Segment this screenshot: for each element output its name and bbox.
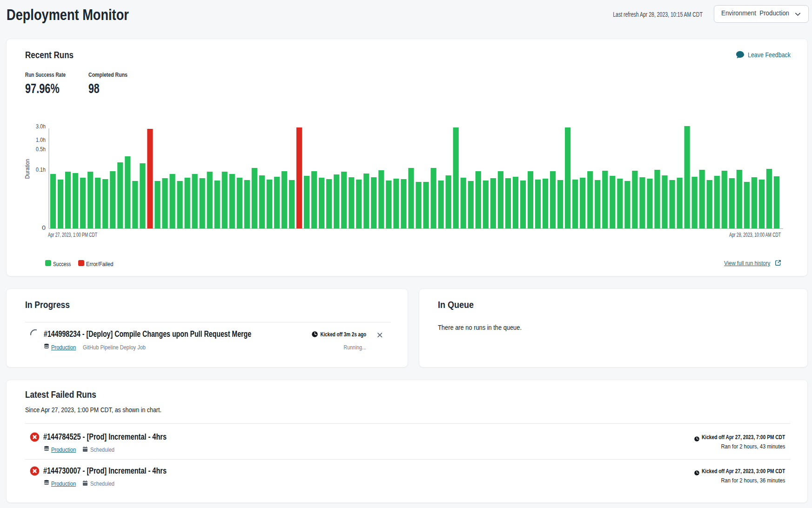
svg-text:Duration: Duration	[24, 159, 31, 179]
svg-text:Apr 28, 2023, 10:00 AM CDT: Apr 28, 2023, 10:00 AM CDT	[729, 232, 781, 238]
svg-text:0: 0	[42, 224, 46, 231]
svg-text:0.5h: 0.5h	[36, 146, 46, 153]
svg-text:1.0h: 1.0h	[36, 136, 46, 143]
svg-text:Apr 27, 2023, 1:00 PM CDT: Apr 27, 2023, 1:00 PM CDT	[48, 232, 97, 238]
svg-text:0.1h: 0.1h	[36, 166, 46, 173]
svg-text:3.0h: 3.0h	[36, 123, 46, 130]
